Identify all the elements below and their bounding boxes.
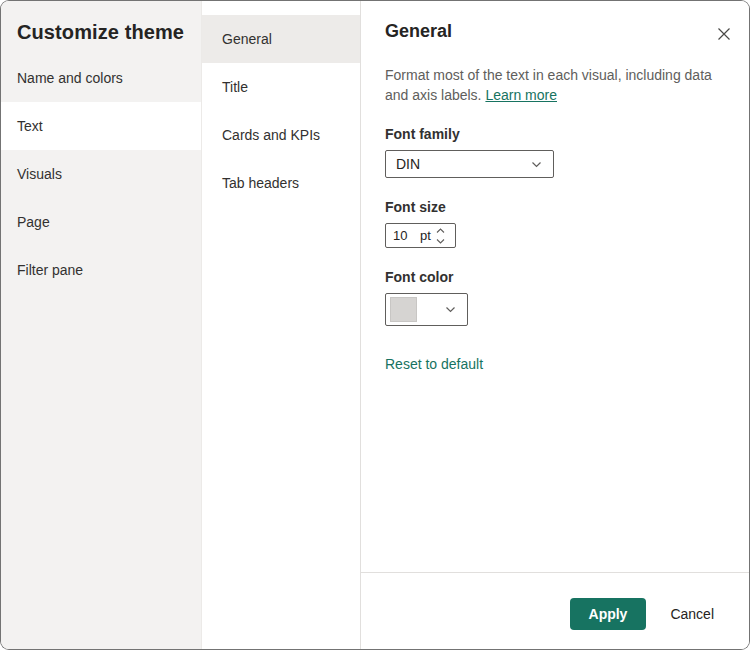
font-size-spinner: pt [385, 223, 456, 248]
subnav-item-cards-and-kpis[interactable]: Cards and KPIs [202, 111, 360, 159]
font-family-label: Font family [385, 126, 729, 142]
subnav-item-label: General [222, 31, 272, 47]
subnav-item-title[interactable]: Title [202, 63, 360, 111]
font-size-spin-buttons [434, 226, 448, 246]
sidebar-item-label: Page [17, 214, 50, 230]
font-color-dropdown[interactable] [385, 293, 468, 326]
learn-more-link[interactable]: Learn more [485, 87, 557, 103]
subnav-item-general[interactable]: General [202, 15, 360, 63]
chevron-down-icon [530, 158, 543, 171]
chevron-down-icon [444, 303, 457, 316]
sidebar-item-label: Name and colors [17, 70, 123, 86]
subnav-item-label: Cards and KPIs [222, 127, 320, 143]
font-color-label: Font color [385, 269, 729, 285]
apply-button[interactable]: Apply [570, 598, 647, 630]
sidebar-item-name-and-colors[interactable]: Name and colors [1, 54, 201, 102]
sidebar-item-label: Text [17, 118, 43, 134]
spinner-up-button[interactable] [434, 226, 448, 236]
font-size-unit: pt [420, 228, 431, 243]
subnav-item-tab-headers[interactable]: Tab headers [202, 159, 360, 207]
sidebar: Customize theme Name and colors Text Vis… [1, 1, 201, 649]
panel-header: General [361, 1, 750, 49]
sidebar-item-label: Visuals [17, 166, 62, 182]
chevron-up-icon [436, 228, 445, 234]
subnav-item-label: Title [222, 79, 248, 95]
reset-to-default-link[interactable]: Reset to default [385, 356, 483, 372]
dialog-title: Customize theme [1, 1, 201, 54]
settings-panel: General Format most of the text in each … [361, 1, 750, 649]
font-size-input[interactable] [386, 228, 420, 243]
font-family-dropdown[interactable]: DIN [385, 150, 554, 178]
panel-description: Format most of the text in each visual, … [385, 65, 729, 105]
subnav-item-label: Tab headers [222, 175, 299, 191]
sidebar-item-text[interactable]: Text [1, 102, 201, 150]
spinner-down-button[interactable] [434, 236, 448, 246]
panel-title: General [385, 19, 452, 42]
cancel-button[interactable]: Cancel [668, 598, 716, 630]
font-size-label: Font size [385, 199, 729, 215]
font-family-value: DIN [396, 156, 420, 172]
sidebar-item-visuals[interactable]: Visuals [1, 150, 201, 198]
sidebar-item-filter-pane[interactable]: Filter pane [1, 246, 201, 294]
color-swatch [390, 297, 417, 322]
panel-body: Format most of the text in each visual, … [361, 49, 750, 572]
subnav: General Title Cards and KPIs Tab headers [201, 1, 361, 649]
close-icon [717, 27, 731, 41]
chevron-down-icon [436, 238, 445, 244]
panel-footer: Apply Cancel [361, 572, 750, 649]
sidebar-item-label: Filter pane [17, 262, 83, 278]
close-button[interactable] [709, 19, 739, 49]
sidebar-item-page[interactable]: Page [1, 198, 201, 246]
customize-theme-dialog: Customize theme Name and colors Text Vis… [0, 0, 750, 650]
